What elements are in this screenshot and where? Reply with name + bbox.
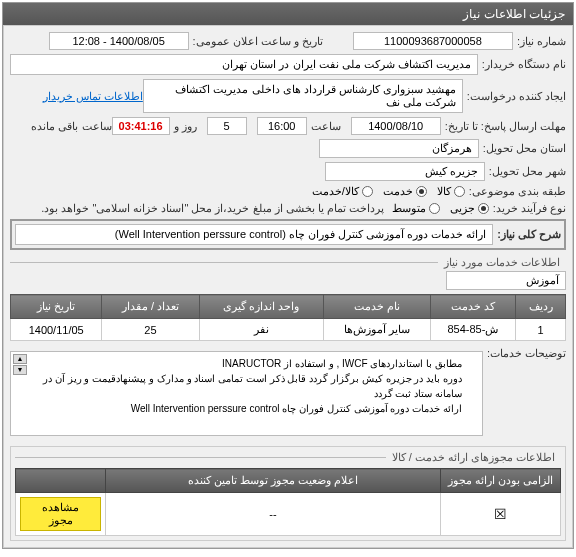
panel-header: جزئیات اطلاعات نیاز xyxy=(3,3,573,25)
radio-medium[interactable] xyxy=(429,203,440,214)
auth-col-status: اعلام وضعیت مجوز توسط تامین کننده xyxy=(106,469,441,493)
radio-minor[interactable] xyxy=(478,203,489,214)
deadline-label: مهلت ارسال پاسخ: تا تاریخ: xyxy=(445,120,566,133)
desc-label: شرح کلی نیاز: xyxy=(497,228,561,241)
deadline-date: 1400/08/10 xyxy=(351,117,441,135)
contact-link[interactable]: اطلاعات تماس خریدار xyxy=(43,90,143,103)
province-value: هرمزگان xyxy=(319,139,479,158)
radio-kala[interactable] xyxy=(454,186,465,197)
need-no-value: 1100093687000058 xyxy=(353,32,513,50)
services-table: ردیف کد خدمت نام خدمت واحد اندازه گیری ت… xyxy=(10,294,566,341)
col-name: نام خدمت xyxy=(323,295,430,319)
time-label-1: ساعت xyxy=(311,120,341,133)
desc-row: شرح کلی نیاز: ارائه خدمات دوره آموزشی کن… xyxy=(10,219,566,250)
radio-both[interactable] xyxy=(362,186,373,197)
col-unit: واحد اندازه گیری xyxy=(199,295,323,319)
auth-section: اطلاعات مجوزهای ارائه خدمت / کالا الزامی… xyxy=(10,446,566,541)
col-date: تاریخ نیاز xyxy=(11,295,102,319)
desc-value: ارائه خدمات دوره آموزشی کنترل فوران چاه … xyxy=(15,224,493,245)
deadline-time: 16:00 xyxy=(257,117,307,135)
buyer-label: نام دستگاه خریدار: xyxy=(482,58,566,71)
notes-label: توضیحات خدمات: xyxy=(487,347,566,360)
creator-value: مهشید سبزواری کارشناس قرارداد های داخلی … xyxy=(143,79,463,113)
creator-label: ایجاد کننده درخواست: xyxy=(467,90,566,103)
notes-value: مطابق با استانداردهای IWCF , و استفاده ا… xyxy=(10,351,483,436)
auth-col-action xyxy=(16,469,106,493)
panel-title: جزئیات اطلاعات نیاز xyxy=(463,7,565,21)
scroll-up-icon[interactable]: ▲ xyxy=(13,354,27,364)
col-row: ردیف xyxy=(516,295,566,319)
scroll-down-icon[interactable]: ▼ xyxy=(13,365,27,375)
category-label: طبقه بندی موضوعی: xyxy=(469,185,566,198)
table-row[interactable]: 1 ش-85-854 سایر آموزش‌ها نفر 25 1400/11/… xyxy=(11,319,566,341)
main-form: شماره نیاز: 1100093687000058 تاریخ و ساع… xyxy=(3,25,573,548)
col-code: کد خدمت xyxy=(430,295,515,319)
process-radios: جزیی متوسط xyxy=(392,202,489,215)
col-qty: تعداد / مقدار xyxy=(102,295,199,319)
process-label: نوع فرآیند خرید: xyxy=(493,202,566,215)
service-tab[interactable]: آموزش xyxy=(446,271,566,290)
process-note: پرداخت تمام یا بخشی از مبلغ خرید،از محل … xyxy=(41,202,384,215)
view-license-button[interactable]: مشاهده مجوز xyxy=(20,497,101,531)
category-radios: کالا خدمت کالا/خدمت xyxy=(312,185,465,198)
countdown-timer: 03:41:16 xyxy=(112,117,170,135)
days-value: 5 xyxy=(207,117,247,135)
province-label: استان محل تحویل: xyxy=(483,142,566,155)
countdown-label: ساعت باقی مانده xyxy=(31,120,111,133)
auth-row: ☒ -- مشاهده مجوز xyxy=(16,493,561,536)
announce-value: 1400/08/05 - 12:08 xyxy=(49,32,189,50)
city-value: جزیره کیش xyxy=(325,162,485,181)
buyer-value: مدیریت اکتشاف شرکت ملی نفت ایران در استا… xyxy=(10,54,478,75)
days-label: روز و xyxy=(174,120,197,133)
announce-label: تاریخ و ساعت اعلان عمومی: xyxy=(193,35,323,48)
services-section-title: اطلاعات خدمات مورد نیاز xyxy=(438,256,566,269)
mandatory-check-icon: ☒ xyxy=(494,506,507,522)
auth-table: الزامی بودن ارائه مجوز اعلام وضعیت مجوز … xyxy=(15,468,561,536)
need-no-label: شماره نیاز: xyxy=(517,35,566,48)
city-label: شهر محل تحویل: xyxy=(489,165,566,178)
radio-khadamat[interactable] xyxy=(416,186,427,197)
auth-col-mandatory: الزامی بودن ارائه مجوز xyxy=(441,469,561,493)
auth-status: -- xyxy=(106,493,441,536)
auth-section-title: اطلاعات مجوزهای ارائه خدمت / کالا xyxy=(386,451,561,464)
